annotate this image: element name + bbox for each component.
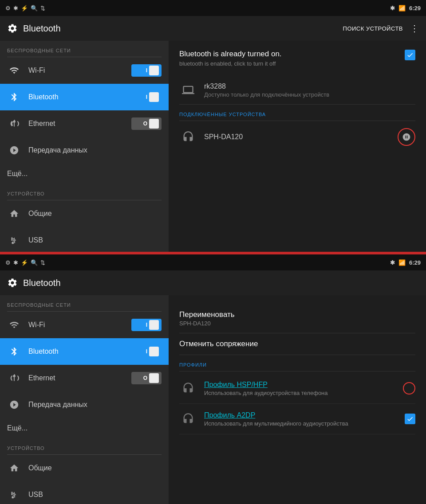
- a2dp-profile-sub: Использовать для мультимедийного аудиоус…: [204, 420, 348, 427]
- sidebar-item-usb-bottom[interactable]: USB: [0, 481, 169, 504]
- wifi-toggle-label-top: I: [146, 67, 147, 74]
- search-devices-button[interactable]: ПОИСК УСТРОЙСТВ: [343, 25, 403, 32]
- local-device-sub: Доступно только для подключённых устройс…: [204, 91, 329, 98]
- device-settings-button[interactable]: [398, 128, 415, 146]
- status-bar-bottom: ⚙ ✱ ⚡ 🔍 ⇅ ✱ 📶 6:29: [0, 254, 426, 270]
- sidebar-item-data-top[interactable]: Передача данных: [0, 137, 169, 164]
- sidebar-item-bluetooth-top[interactable]: Bluetooth I: [0, 84, 169, 110]
- settings-status-icon: ⚙: [5, 5, 11, 12]
- ethernet-toggle-top[interactable]: O: [131, 117, 162, 130]
- data-label-bottom: Передача данных: [28, 401, 162, 409]
- usb-label-bottom: USB: [28, 491, 162, 499]
- rename-button[interactable]: Переименовать SPH-DA120: [179, 304, 415, 333]
- wifi-toggle-top[interactable]: I: [131, 64, 162, 77]
- usb-icon-b: [7, 488, 21, 502]
- data-status-icon-b: ⇅: [40, 259, 45, 266]
- time-top: 6:29: [409, 5, 421, 12]
- section-device-label-top: УСТРОЙСТВО: [0, 184, 169, 200]
- general-icon-b: [7, 461, 21, 475]
- bt-right-icon: ✱: [390, 5, 395, 12]
- local-device-row: rk3288 Доступно только для подключённых …: [179, 76, 415, 105]
- usb-status-icon-b: ⚡: [21, 259, 28, 266]
- settings-status-icon-b: ⚙: [5, 259, 11, 266]
- general-label-bottom: Общие: [28, 464, 162, 472]
- hsp-profile-text: Профиль HSP/HFP Использовать для аудиоус…: [204, 381, 328, 396]
- ethernet-toggle-label-top: O: [143, 121, 147, 127]
- search-status-icon-b: 🔍: [31, 259, 38, 266]
- ethernet-toggle-knob-bottom: [149, 373, 159, 383]
- sidebar-item-wifi-bottom[interactable]: Wi-Fi I: [0, 312, 169, 338]
- sidebar-item-bluetooth-bottom[interactable]: Bluetooth I: [0, 338, 169, 365]
- main-content-bottom: БЕСПРОВОДНЫЕ СЕТИ Wi-Fi I Bluetooth: [0, 295, 426, 504]
- data-icon: [7, 143, 21, 157]
- local-device-name: rk3288: [204, 82, 329, 90]
- app-title-top: Bluetooth: [23, 23, 343, 34]
- status-icons-left-bottom: ⚙ ✱ ⚡ 🔍 ⇅: [5, 259, 45, 266]
- headphones-a2dp-icon: [179, 410, 197, 428]
- data-transfer-icon: [7, 398, 21, 412]
- gear-icon: [7, 23, 18, 34]
- unpair-label: Отменить сопряжение: [179, 340, 415, 348]
- app-bar-bottom: Bluetooth: [0, 270, 426, 295]
- time-bottom: 6:29: [409, 259, 421, 266]
- sidebar-item-general-top[interactable]: Общие: [0, 200, 169, 227]
- ethernet-icon: [7, 117, 21, 131]
- bluetooth-toggle-knob-bottom: [149, 347, 159, 356]
- bt-status-row: Bluetooth is already turned on. bluetoot…: [179, 50, 415, 67]
- ethernet-toggle-bottom[interactable]: O: [131, 372, 162, 384]
- more-menu-button[interactable]: ⋮: [410, 23, 419, 34]
- sidebar-item-usb-top[interactable]: USB: [0, 227, 169, 252]
- sidebar-item-ethernet-top[interactable]: Ethernet O: [0, 110, 169, 137]
- hsp-profile-checkbox[interactable]: [403, 382, 415, 395]
- bluetooth-label-bottom: Bluetooth: [28, 348, 131, 356]
- bt-status-sub: bluetooth is enabled, click to turn it o…: [179, 60, 282, 67]
- wifi-icon: [7, 63, 21, 78]
- main-content-top: БЕСПРОВОДНЫЕ СЕТИ Wi-Fi I Bluetooth: [0, 41, 426, 252]
- sidebar-item-more-top[interactable]: Ещё...: [0, 164, 169, 184]
- rename-device-sub: SPH-DA120: [179, 320, 415, 327]
- local-device-info: rk3288 Доступно только для подключённых …: [204, 82, 329, 98]
- status-icons-right: ✱ 📶 6:29: [390, 5, 421, 12]
- hsp-profile-label: Профиль HSP/HFP: [204, 381, 328, 389]
- app-bar-top: Bluetooth ПОИСК УСТРОЙСТВ ⋮: [0, 16, 426, 41]
- headphones-icon-top: [179, 128, 197, 146]
- usb-status-icon: ⚡: [21, 5, 28, 12]
- a2dp-profile-checkbox[interactable]: [405, 414, 415, 424]
- wifi-toggle-knob-bottom: [149, 320, 159, 330]
- status-icons-left: ⚙ ✱ ⚡ 🔍 ⇅: [5, 5, 45, 12]
- profiles-section-label: ПРОФИЛИ: [179, 355, 415, 371]
- a2dp-profile-text: Профиль A2DP Использовать для мультимеди…: [204, 411, 348, 427]
- wifi-icon-b: [7, 318, 21, 332]
- wifi-toggle-bottom[interactable]: I: [131, 319, 162, 331]
- wifi-toggle-knob-top: [149, 66, 159, 75]
- profile-hsp-row[interactable]: Профиль HSP/HFP Использовать для аудиоус…: [179, 373, 415, 404]
- panel-top: ⚙ ✱ ⚡ 🔍 ⇅ ✱ 📶 6:29 Bluetooth ПОИСК УСТРО…: [0, 0, 426, 252]
- wifi-right-icon: 📶: [398, 5, 406, 12]
- usb-label-top: USB: [28, 236, 162, 244]
- sidebar-top: БЕСПРОВОДНЫЕ СЕТИ Wi-Fi I Bluetooth: [0, 41, 169, 252]
- sidebar-item-more-bottom[interactable]: Ещё...: [0, 418, 169, 438]
- ethernet-toggle-label-bottom: O: [143, 375, 147, 381]
- wifi-label-bottom: Wi-Fi: [28, 321, 131, 329]
- sidebar-item-wifi-top[interactable]: Wi-Fi I: [0, 57, 169, 84]
- section-wireless-label-top: БЕСПРОВОДНЫЕ СЕТИ: [0, 41, 169, 57]
- sidebar-item-general-bottom[interactable]: Общие: [0, 455, 169, 481]
- data-status-icon: ⇅: [40, 5, 45, 12]
- sidebar-item-ethernet-bottom[interactable]: Ethernet O: [0, 365, 169, 391]
- ethernet-toggle-knob-top: [149, 119, 159, 129]
- wifi-right-icon-b: 📶: [398, 259, 406, 266]
- usb-icon: [7, 233, 21, 247]
- bt-enabled-checkbox[interactable]: [405, 50, 415, 60]
- sidebar-bottom: БЕСПРОВОДНЫЕ СЕТИ Wi-Fi I Bluetooth: [0, 295, 169, 504]
- sidebar-item-data-bottom[interactable]: Передача данных: [0, 391, 169, 418]
- gear-icon-bottom: [7, 277, 18, 288]
- ethernet-label-bottom: Ethernet: [28, 374, 131, 382]
- bt-status-title: Bluetooth is already turned on.: [179, 50, 282, 59]
- unpair-button[interactable]: Отменить сопряжение: [179, 333, 415, 355]
- hsp-profile-sub: Использовать для аудиоустройства телефон…: [204, 390, 328, 396]
- bluetooth-toggle-top[interactable]: I: [131, 91, 162, 103]
- profile-a2dp-row[interactable]: Профиль A2DP Использовать для мультимеди…: [179, 404, 415, 434]
- general-label-top: Общие: [28, 210, 162, 218]
- bluetooth-toggle-bottom[interactable]: I: [131, 345, 162, 358]
- ethernet-label-top: Ethernet: [28, 120, 131, 128]
